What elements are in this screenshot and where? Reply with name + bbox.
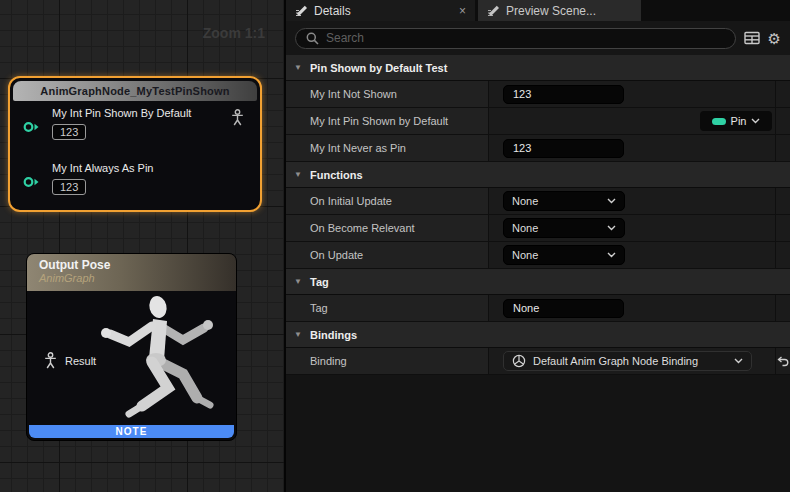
collapse-arrow-icon: ▼ — [286, 330, 310, 339]
category-bindings[interactable]: ▼ Bindings — [286, 322, 790, 348]
row-extra-column — [775, 81, 790, 107]
tab-bar: Details × Preview Scene... — [286, 0, 790, 21]
tab-details[interactable]: Details × — [286, 0, 475, 21]
chevron-down-icon — [751, 118, 760, 124]
tab-label: Preview Scene... — [506, 4, 632, 18]
category-pin-shown-by-default-test[interactable]: ▼ Pin Shown by Default Test — [286, 55, 790, 81]
pin-label: My Int Pin Shown By Default — [52, 107, 191, 119]
preview-scene-tab-icon — [487, 4, 500, 17]
property-label: Binding — [286, 348, 489, 374]
node-note-bar: NOTE — [29, 425, 234, 438]
binding-icon — [512, 354, 526, 368]
details-panel: Details × Preview Scene... — [286, 0, 790, 492]
zoom-level-label: Zoom 1:1 — [203, 25, 265, 41]
category-tag[interactable]: ▼ Tag — [286, 269, 790, 295]
display-filter-icon[interactable] — [744, 31, 760, 45]
pin-value-input[interactable]: 123 — [52, 124, 86, 140]
search-icon — [306, 32, 319, 45]
pin-pill-icon — [712, 118, 726, 125]
chevron-down-icon — [607, 252, 616, 258]
details-tab-icon — [295, 4, 308, 17]
on-update-dropdown[interactable]: None — [503, 245, 625, 265]
pin-toggle-dropdown[interactable]: Pin — [700, 111, 772, 131]
pin-value-input[interactable]: 123 — [52, 179, 86, 195]
pin-label: My Int Always As Pin — [52, 162, 153, 174]
collapse-arrow-icon: ▼ — [286, 277, 310, 286]
row-extra-column — [775, 188, 790, 214]
node-pin-row: My Int Always As Pin 123 — [52, 162, 153, 195]
property-label: My Int Pin Shown by Default — [286, 108, 489, 134]
unreal-anim-blueprint-editor: Zoom 1:1 AnimGraphNode_MyTestPinShown My… — [0, 0, 790, 492]
result-pin-label: Result — [65, 355, 96, 367]
pose-pin-icon[interactable] — [43, 352, 58, 370]
result-pin-row[interactable]: Result — [43, 352, 96, 370]
details-toolbar: Search ⚙ — [286, 21, 790, 55]
int-pin-icon[interactable] — [23, 121, 40, 133]
property-label: My Int Never as Pin — [286, 135, 489, 161]
row-extra-column — [775, 215, 790, 241]
row-extra-column — [775, 108, 790, 134]
my-int-never-as-pin-input[interactable]: 123 — [503, 139, 624, 158]
node-title: Output Pose — [39, 258, 236, 272]
search-input[interactable]: Search — [295, 28, 736, 49]
row-extra-column — [775, 295, 790, 321]
node-title[interactable]: AnimGraphNode_MyTestPinShown — [13, 81, 257, 101]
property-row: My Int Not Shown 123 — [286, 81, 790, 108]
reset-to-default-icon[interactable] — [777, 356, 789, 367]
on-become-relevant-dropdown[interactable]: None — [503, 218, 625, 238]
collapse-arrow-icon: ▼ — [286, 63, 310, 72]
property-label: On Become Relevant — [286, 215, 489, 241]
anim-graph-node-selected[interactable]: AnimGraphNode_MyTestPinShown My Int Pin … — [8, 76, 262, 212]
row-extra-column — [775, 242, 790, 268]
row-extra-column — [775, 135, 790, 161]
property-label: On Initial Update — [286, 188, 489, 214]
person-icon — [230, 109, 245, 127]
binding-dropdown[interactable]: Default Anim Graph Node Binding — [503, 351, 752, 371]
property-row: My Int Never as Pin 123 — [286, 135, 790, 162]
output-pose-node[interactable]: Output Pose AnimGraph — [26, 253, 237, 441]
property-row: Binding Default Anim Graph Node Binding — [286, 348, 790, 375]
property-label: On Update — [286, 242, 489, 268]
property-row: My Int Pin Shown by Default Pin — [286, 108, 790, 135]
close-icon[interactable]: × — [459, 5, 466, 17]
search-placeholder: Search — [326, 31, 364, 45]
output-pose-header[interactable]: Output Pose AnimGraph — [27, 254, 236, 291]
tab-preview-scene[interactable]: Preview Scene... — [478, 0, 641, 21]
property-row: On Initial Update None — [286, 188, 790, 215]
property-list: ▼ Pin Shown by Default Test My Int Not S… — [286, 55, 790, 492]
property-row: On Become Relevant None — [286, 215, 790, 242]
tab-label: Details — [314, 4, 453, 18]
collapse-arrow-icon: ▼ — [286, 170, 310, 179]
chevron-down-icon — [607, 198, 616, 204]
chevron-down-icon — [734, 358, 743, 364]
category-functions[interactable]: ▼ Functions — [286, 162, 790, 188]
property-label: My Int Not Shown — [286, 81, 489, 107]
tag-input[interactable]: None — [503, 299, 624, 318]
property-label: Tag — [286, 295, 489, 321]
property-row: Tag None — [286, 295, 790, 322]
property-row: On Update None — [286, 242, 790, 269]
my-int-not-shown-input[interactable]: 123 — [503, 85, 624, 104]
chevron-down-icon — [607, 225, 616, 231]
on-initial-update-dropdown[interactable]: None — [503, 191, 625, 211]
gear-icon[interactable]: ⚙ — [768, 31, 781, 46]
animgraph-canvas[interactable]: Zoom 1:1 AnimGraphNode_MyTestPinShown My… — [0, 0, 284, 492]
int-pin-icon[interactable] — [23, 176, 40, 188]
node-pin-row: My Int Pin Shown By Default 123 — [52, 107, 191, 140]
node-subtitle: AnimGraph — [39, 272, 236, 284]
